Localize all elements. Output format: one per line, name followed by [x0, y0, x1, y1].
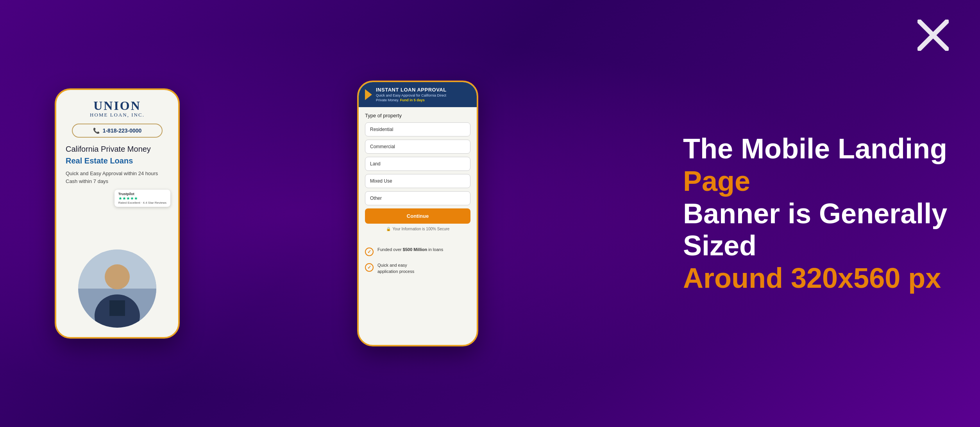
feature-text-quick: Quick and easyapplication process — [377, 262, 414, 274]
feature-text-funded: Funded over $500 Million in loans — [377, 247, 443, 253]
check-circle-funded: ✓ — [365, 248, 374, 256]
secure-label: Your Information is 100% Secure — [393, 227, 450, 231]
secure-text: 🔒 Your Information is 100% Secure — [365, 227, 470, 231]
continue-button[interactable]: Continue — [365, 208, 470, 224]
check-icon-quick: ✓ — [367, 265, 371, 270]
x-logo — [917, 20, 949, 57]
main-headline: The Mobile Landing Page Banner is Genera… — [683, 133, 949, 294]
svg-rect-5 — [109, 300, 125, 316]
phone-number-label: 1-818-223-0000 — [103, 127, 142, 134]
headline-line1-accent: Page — [683, 165, 750, 197]
left-headline-normal: California Private Money — [64, 144, 170, 154]
person-image — [78, 249, 156, 328]
text-section: The Mobile Landing Page Banner is Genera… — [644, 133, 949, 294]
property-form: Type of property Residential Commercial … — [359, 107, 477, 237]
trustpilot-sub: Rated Excellent · 4.4 Star Reviews — [118, 201, 166, 205]
trustpilot-brand: Trustpilot — [118, 192, 166, 196]
trustpilot-stars: ★★★★★ — [118, 196, 166, 201]
lock-icon: 🔒 — [386, 227, 391, 231]
phone-mockup-left: UNION HOME LOAN, INC. 📞 1-818-223-0000 C… — [55, 88, 180, 339]
banner-arrow-icon — [365, 89, 372, 100]
person-image-area: Trustpilot ★★★★★ Rated Excellent · 4.4 S… — [64, 190, 170, 328]
check-icon-funded: ✓ — [367, 249, 371, 255]
check-circle-quick: ✓ — [365, 263, 374, 272]
banner-bold: Fund in 5 days — [400, 98, 425, 102]
features-list: ✓ Funded over $500 Million in loans ✓ Qu… — [359, 240, 477, 287]
phone-mockup-right: INSTANT LOAN APPROVAL Quick and Easy App… — [357, 81, 478, 346]
property-option-land[interactable]: Land — [365, 157, 470, 171]
banner-title: INSTANT LOAN APPROVAL — [376, 87, 470, 93]
loan-banner: INSTANT LOAN APPROVAL Quick and Easy App… — [359, 82, 477, 107]
property-option-mixed-use[interactable]: Mixed Use — [365, 174, 470, 188]
property-option-other[interactable]: Other — [365, 191, 470, 205]
logo-union-text: UNION — [64, 99, 170, 112]
union-logo: UNION HOME LOAN, INC. — [64, 99, 170, 118]
svg-point-3 — [105, 264, 130, 289]
form-section-title: Type of property — [365, 113, 470, 118]
banner-text-block: INSTANT LOAN APPROVAL Quick and Easy App… — [376, 87, 470, 102]
feature-bold-funded: $500 Million — [403, 247, 427, 252]
phone-mockup-right-wrapper: INSTANT LOAN APPROVAL Quick and Easy App… — [357, 81, 478, 346]
phone-mockup-left-wrapper: UNION HOME LOAN, INC. 📞 1-818-223-0000 C… — [55, 88, 180, 339]
banner-subtitle: Quick and Easy Approval for California D… — [376, 93, 470, 102]
main-container: UNION HOME LOAN, INC. 📞 1-818-223-0000 C… — [0, 0, 980, 427]
trustpilot-badge: Trustpilot ★★★★★ Rated Excellent · 4.4 S… — [114, 190, 170, 207]
property-option-residential[interactable]: Residential — [365, 122, 470, 136]
left-headline-bold: Real Estate Loans — [64, 156, 170, 166]
property-option-commercial[interactable]: Commercial — [365, 140, 470, 154]
headline-line1-normal: The Mobile Landing — [683, 133, 947, 164]
headline-line2: Banner is Generally Sized — [683, 198, 947, 262]
logo-sub-text: HOME LOAN, INC. — [64, 112, 170, 118]
phone-icon: 📞 — [93, 127, 100, 134]
headline-line3-accent: Around 320x560 px — [683, 262, 941, 294]
left-subtext: Quick and Easy Approval within 24 hours … — [64, 170, 170, 185]
feature-item-quick: ✓ Quick and easyapplication process — [365, 262, 470, 274]
phone-number-button[interactable]: 📞 1-818-223-0000 — [72, 124, 162, 138]
feature-item-funded: ✓ Funded over $500 Million in loans — [365, 247, 470, 256]
